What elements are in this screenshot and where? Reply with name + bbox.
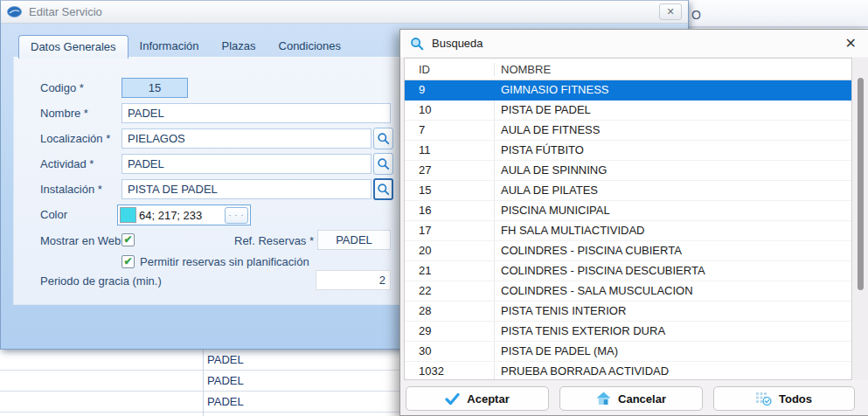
tab[interactable]: Datos Generales (18, 35, 128, 59)
actividad-search-button[interactable] (373, 153, 393, 175)
periodo-gracia-label: Periodo de gracia (min.) (40, 274, 162, 288)
table-cell-nombre: PADEL (207, 371, 244, 391)
mostrar-web-checkbox[interactable]: ✔ (122, 233, 135, 246)
cell-nombre: COLINDRES - SALA MUSCULACION (494, 281, 851, 301)
home-icon (596, 392, 611, 406)
periodo-gracia-field[interactable]: 2 (316, 270, 391, 290)
cell-id: 20 (405, 241, 494, 260)
cell-id: 9 (405, 80, 494, 100)
scrollbar-thumb[interactable] (858, 78, 864, 290)
cell-nombre: FH SALA MULTIACTIVIDAD (494, 221, 851, 240)
cell-nombre: AULA DE SPINNING (494, 161, 851, 180)
search-result-row[interactable]: 27 AULA DE SPINNING (405, 161, 851, 181)
search-result-row[interactable]: 15 AULA DE PILATES (405, 181, 851, 201)
search-result-row[interactable]: 21 COLINDRES - PISCINA DESCUBIERTA (405, 261, 851, 281)
search-result-row[interactable]: 28 PISTA TENIS INTERIOR (405, 302, 851, 322)
tab[interactable]: Información (128, 35, 211, 58)
cell-id: 1032 (405, 362, 494, 380)
column-divider (203, 350, 204, 416)
localizacion-field[interactable]: PIELAGOS (122, 128, 372, 149)
cancelar-button-label: Cancelar (618, 392, 666, 406)
search-result-row[interactable]: 7 AULA DE FITNESS (405, 121, 851, 141)
search-dialog: Busqueda ✕ ID NOMBRE 9 GIMNASIO FITNESS … (399, 29, 868, 416)
background-table: PADEL PADEL PADEL (0, 350, 399, 416)
color-picker-field[interactable]: 64; 217; 233 . . . (117, 205, 251, 225)
background-window-strip: O (688, 0, 868, 28)
search-result-row[interactable]: 11 PISTA FÚTBITO (405, 141, 851, 161)
search-result-row[interactable]: 30 PISTA DE PADEL (MA) (405, 342, 851, 362)
cancelar-button[interactable]: Cancelar (559, 386, 703, 411)
table-row[interactable]: PADEL (0, 392, 399, 413)
ref-reservas-label: Ref. Reservas * (234, 234, 314, 247)
cell-id: 29 (405, 322, 494, 341)
table-header[interactable]: ID NOMBRE (405, 59, 851, 80)
cell-id: 22 (405, 281, 494, 301)
cell-id: 15 (405, 181, 494, 200)
codigo-label: Codigo * (40, 81, 84, 94)
column-header-id[interactable]: ID (405, 63, 494, 76)
table-cell-nombre: PADEL (207, 392, 244, 412)
search-icon (410, 37, 424, 51)
todos-button[interactable]: Todos (713, 386, 855, 411)
column-header-nombre[interactable]: NOMBRE (494, 63, 851, 76)
permitir-reservas-label: Permitir reservas sin planificación (140, 255, 309, 268)
cell-id: 21 (405, 261, 494, 281)
search-result-row[interactable]: 9 GIMNASIO FITNESS (405, 80, 851, 101)
search-result-row[interactable]: 22 COLINDRES - SALA MUSCULACION (405, 281, 851, 302)
cell-id: 30 (405, 342, 494, 361)
window-title: Editar Servicio (29, 5, 102, 18)
cell-nombre: GIMNASIO FITNESS (494, 80, 851, 100)
tab-bar: Datos Generales Información Plazas Condi… (18, 35, 352, 58)
nombre-field[interactable]: PADEL (122, 103, 391, 123)
search-result-row[interactable]: 29 PISTA TENIS EXTERIOR DURA (405, 322, 851, 342)
search-result-row[interactable]: 10 PISTA DE PADEL (405, 101, 851, 121)
close-icon[interactable]: ✕ (845, 35, 857, 52)
cell-id: 28 (405, 302, 494, 321)
localizacion-label: Localización * (40, 132, 110, 145)
actividad-field[interactable]: PADEL (122, 154, 372, 174)
search-results-table: ID NOMBRE 9 GIMNASIO FITNESS 10 PISTA DE… (404, 58, 852, 380)
app-logo-icon (7, 6, 22, 17)
aceptar-button[interactable]: Aceptar (406, 386, 549, 411)
search-result-row[interactable]: 20 COLINDRES - PISCINA CUBIERTA (405, 241, 851, 261)
cell-nombre: PRUEBA BORRADA ACTIVIDAD (494, 362, 851, 380)
tab[interactable]: Condiciones (267, 35, 353, 58)
search-dialog-title: Busqueda (432, 37, 483, 50)
search-result-row[interactable]: 17 FH SALA MULTIACTIVIDAD (405, 221, 851, 241)
cell-nombre: COLINDRES - PISCINA CUBIERTA (494, 241, 851, 260)
cell-id: 10 (405, 101, 494, 120)
instalacion-search-button-focused[interactable] (373, 178, 393, 200)
ref-reservas-field[interactable]: PADEL (317, 230, 391, 250)
cell-nombre: PISTA DE PADEL (MA) (494, 342, 851, 361)
table-row[interactable]: PADEL (0, 371, 399, 392)
cell-id: 17 (405, 221, 494, 240)
cell-id: 11 (405, 141, 494, 160)
table-row[interactable]: PADEL (0, 350, 399, 371)
permitir-reservas-checkbox[interactable]: ✔ (122, 255, 135, 268)
tab[interactable]: Plazas (210, 35, 267, 58)
codigo-field[interactable]: 15 (122, 78, 188, 98)
mostrar-web-label: Mostrar en Web (40, 234, 121, 247)
background-text-fragment: O (691, 8, 701, 22)
cell-nombre: AULA DE FITNESS (494, 121, 851, 140)
instalacion-field[interactable]: PISTA DE PADEL (122, 179, 372, 199)
close-icon[interactable]: ✕ (659, 3, 682, 20)
edit-window-titlebar[interactable]: Editar Servicio ✕ (1, 1, 688, 24)
instalacion-label: Instalación * (40, 183, 102, 196)
search-icon (377, 157, 390, 170)
cell-nombre: PISTA TENIS EXTERIOR DURA (494, 322, 851, 341)
localizacion-search-button[interactable] (373, 128, 393, 149)
color-browse-button[interactable]: . . . (225, 207, 248, 224)
actividad-label: Actividad * (40, 157, 94, 170)
cell-id: 7 (405, 121, 494, 140)
aceptar-button-label: Aceptar (467, 392, 509, 406)
cell-nombre: PISTA FÚTBITO (494, 141, 851, 160)
cell-id: 16 (405, 201, 494, 220)
color-label: Color (40, 208, 67, 221)
cell-nombre: AULA DE PILATES (494, 181, 851, 200)
todos-button-label: Todos (779, 392, 812, 406)
vertical-scrollbar[interactable] (853, 58, 868, 380)
search-result-row[interactable]: 1032 PRUEBA BORRADA ACTIVIDAD (405, 362, 851, 380)
search-dialog-titlebar[interactable]: Busqueda ✕ (400, 30, 868, 57)
search-result-row[interactable]: 16 PISCINA MUNICIPAL (405, 201, 851, 221)
